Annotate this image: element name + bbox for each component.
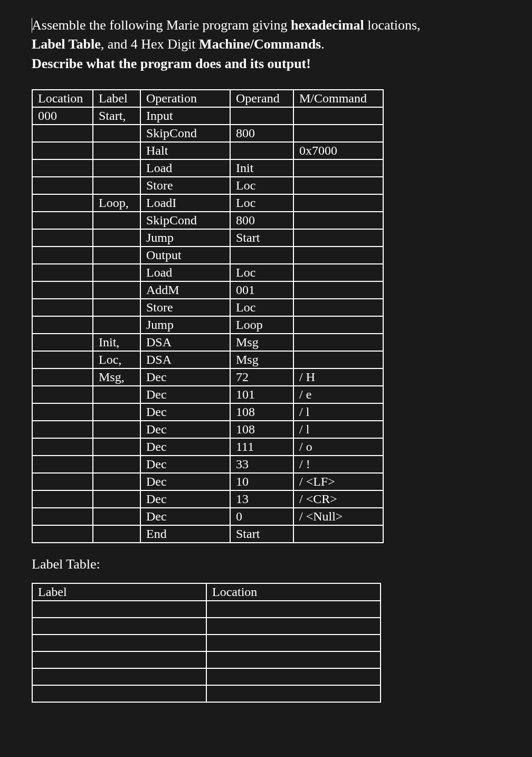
cell-command: / e xyxy=(293,386,383,403)
cell-location xyxy=(32,368,93,386)
cell-operation: Jump xyxy=(140,229,230,247)
cell-command xyxy=(293,351,383,368)
table-row: JumpStart xyxy=(32,229,383,247)
cell-label xyxy=(32,668,206,685)
cell-label xyxy=(93,473,140,490)
instruction-text-1: Assemble the following Marie program giv… xyxy=(32,17,291,33)
table-row: Dec101/ e xyxy=(32,386,383,403)
cell-location xyxy=(206,635,381,651)
cell-label xyxy=(93,177,140,194)
cell-operation: Dec xyxy=(140,490,230,508)
cell-operation: Dec xyxy=(140,386,230,403)
cell-label xyxy=(93,525,140,543)
table-row: StoreLoc xyxy=(32,299,383,316)
cell-command xyxy=(293,194,383,212)
cell-location xyxy=(32,125,93,142)
cell-location xyxy=(32,177,93,194)
table-row: Dec0/ <Null> xyxy=(32,508,383,525)
cell-command xyxy=(293,281,383,299)
cell-command: / <LF> xyxy=(293,473,383,490)
cell-command: / <Null> xyxy=(293,508,383,525)
table-row: Dec108/ l xyxy=(32,403,383,421)
cell-command: 0x7000 xyxy=(293,142,383,159)
cell-operand: 108 xyxy=(230,421,293,438)
cell-operand: 10 xyxy=(230,473,293,490)
cell-label xyxy=(93,316,140,334)
table-row: SkipCond800 xyxy=(32,212,383,229)
cell-location xyxy=(32,142,93,159)
cell-location xyxy=(32,508,93,525)
cell-command xyxy=(293,177,383,194)
cell-command xyxy=(293,159,383,177)
cell-operand: Loc xyxy=(230,194,293,212)
cell-operand: Start xyxy=(230,525,293,543)
cell-location xyxy=(32,159,93,177)
cell-location xyxy=(32,456,93,473)
cell-label xyxy=(93,508,140,525)
cell-label: Loop, xyxy=(93,194,140,212)
cell-command xyxy=(293,525,383,543)
table-row xyxy=(32,618,381,635)
cell-operation: Load xyxy=(140,159,230,177)
table-row xyxy=(32,635,381,651)
cell-location xyxy=(32,421,93,438)
cell-location xyxy=(32,351,93,368)
cell-label xyxy=(93,212,140,229)
cell-operation: Dec xyxy=(140,456,230,473)
cell-label: Init, xyxy=(93,334,140,351)
cell-label xyxy=(93,386,140,403)
cell-operation: Dec xyxy=(140,508,230,525)
instruction-text-2: locations, xyxy=(364,17,421,33)
cell-label xyxy=(93,490,140,508)
cell-operation: Store xyxy=(140,177,230,194)
cell-operand: 111 xyxy=(230,438,293,456)
cell-command xyxy=(293,212,383,229)
cell-operation: Load xyxy=(140,264,230,281)
cell-label xyxy=(93,299,140,316)
cell-operation: Store xyxy=(140,299,230,316)
cell-operand xyxy=(230,142,293,159)
cell-command: / l xyxy=(293,403,383,421)
instruction-bold-2: Label Table xyxy=(32,36,101,52)
cell-label: Loc, xyxy=(93,351,140,368)
table-row: StoreLoc xyxy=(32,177,383,194)
cell-label xyxy=(32,685,206,702)
cell-location xyxy=(32,247,93,264)
cell-operand: 800 xyxy=(230,125,293,142)
cell-location xyxy=(206,668,381,685)
cell-operand: Init xyxy=(230,159,293,177)
label-header-location: Location xyxy=(206,583,381,601)
cell-operand: 108 xyxy=(230,403,293,421)
cell-operation: Dec xyxy=(140,438,230,456)
cell-label xyxy=(32,635,206,651)
cell-command xyxy=(293,247,383,264)
cell-operand: 001 xyxy=(230,281,293,299)
cell-operation: End xyxy=(140,525,230,543)
table-row: EndStart xyxy=(32,525,383,543)
cell-command xyxy=(293,334,383,351)
cell-command: / H xyxy=(293,368,383,386)
table-row: Loop,LoadILoc xyxy=(32,194,383,212)
cell-operand: 33 xyxy=(230,456,293,473)
cell-location xyxy=(206,601,381,618)
header-location: Location xyxy=(32,90,93,107)
label-header-label: Label xyxy=(32,583,206,601)
table-row: JumpLoop xyxy=(32,316,383,334)
cell-operand: 13 xyxy=(230,490,293,508)
cell-location xyxy=(32,212,93,229)
cell-operand xyxy=(230,247,293,264)
cell-location xyxy=(32,334,93,351)
cell-label xyxy=(93,264,140,281)
table-row: Dec108/ l xyxy=(32,421,383,438)
cell-label xyxy=(32,601,206,618)
cell-label xyxy=(93,142,140,159)
cell-command: / l xyxy=(293,421,383,438)
cell-location xyxy=(32,229,93,247)
cell-label xyxy=(93,125,140,142)
cell-operation: SkipCond xyxy=(140,125,230,142)
cell-location xyxy=(32,316,93,334)
cell-operation: DSA xyxy=(140,351,230,368)
cell-label xyxy=(93,229,140,247)
cell-location xyxy=(32,473,93,490)
label-table-header-row: Label Location xyxy=(32,583,381,601)
